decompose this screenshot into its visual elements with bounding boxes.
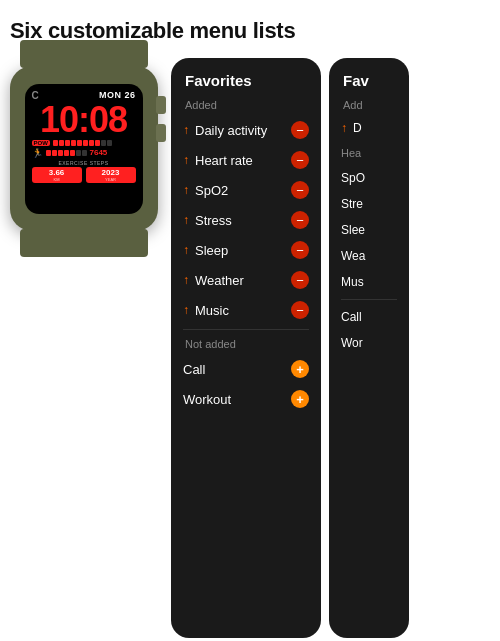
list-item[interactable]: ↑ SpO2 [171,175,321,205]
up-arrow-icon: ↑ [341,121,347,135]
list-item[interactable]: ↑ Weather [171,265,321,295]
remove-button[interactable] [291,121,309,139]
remove-button[interactable] [291,271,309,289]
bar-dot [46,150,51,156]
item-left: ↑ Daily activity [183,123,285,138]
bar-dots-2 [46,150,87,156]
up-arrow-icon: ↑ [183,153,189,167]
add-button[interactable] [291,390,309,408]
remove-button[interactable] [291,211,309,229]
item-label: Wea [341,249,365,263]
item-left: ↑ Heart rate [183,153,285,168]
item-label: Wor [341,336,363,350]
remove-button[interactable] [291,181,309,199]
watch-time: 10:08 [32,102,136,138]
add-button[interactable] [291,360,309,378]
list-item[interactable]: ↑ Music [171,295,321,325]
item-label: D [353,121,362,135]
watch-letter: C [32,90,39,101]
item-label: SpO [341,171,365,185]
bar-dot [82,150,87,156]
panels-container: Favorites Added ↑ Daily activity ↑ Heart… [171,58,494,638]
item-label: Mus [341,275,364,289]
up-arrow-icon: ↑ [183,183,189,197]
item-label: Stre [341,197,363,211]
bar-dot [65,140,70,146]
up-arrow-icon: ↑ [183,213,189,227]
item-left: SpO [341,171,397,185]
watch-body: C MON 26 10:08 POW [10,66,158,231]
watch-button-back [156,124,166,142]
run-icon: 🏃 [32,148,43,158]
item-label: Sleep [195,243,228,258]
menu-panel-1: Favorites Added ↑ Daily activity ↑ Heart… [171,58,321,638]
panel-1-added-label: Added [171,95,321,115]
up-arrow-icon: ↑ [183,273,189,287]
bar-dot [58,150,63,156]
list-item[interactable]: Call [329,304,409,330]
item-left: Mus [341,275,397,289]
watch-steps: 7645 [90,148,108,157]
list-item[interactable]: ↑ Sleep [171,235,321,265]
menu-panel-2: Fav Add ↑ D Hea SpO Stre [329,58,409,638]
item-left: Wea [341,249,397,263]
list-item[interactable]: Call [171,354,321,384]
item-label: Slee [341,223,365,237]
list-item[interactable]: ↑ Heart rate [171,145,321,175]
item-label-weather: Weather [195,273,244,288]
panel-2-title: Fav [329,72,409,95]
watch-band-bottom [20,229,148,257]
bar-dot [53,140,58,146]
watch-stat-year-val: 2023 [102,168,120,177]
divider [341,299,397,300]
remove-button[interactable] [291,301,309,319]
bar-dot [89,140,94,146]
watch-band-top [20,40,148,68]
list-item[interactable]: Hea [329,141,409,165]
bar-dot [95,140,100,146]
bar-dot [52,150,57,156]
item-label: Heart rate [195,153,253,168]
list-item[interactable]: ↑ D [329,115,409,141]
list-item[interactable]: Workout [171,384,321,414]
watch-pow-label: POW [32,140,50,146]
watch-stat-km-label: KM [54,177,60,182]
watch-container: C MON 26 10:08 POW [6,66,161,231]
watch-stat-km: 3.66 KM [32,167,82,183]
up-arrow-icon: ↑ [183,123,189,137]
list-item[interactable]: Mus [329,269,409,295]
item-left: ↑ Sleep [183,243,285,258]
item-left: Workout [183,392,285,407]
item-left: ↑ SpO2 [183,183,285,198]
list-item[interactable]: ↑ Daily activity [171,115,321,145]
up-arrow-icon: ↑ [183,303,189,317]
item-left: ↑ Music [183,303,285,318]
list-item[interactable]: SpO [329,165,409,191]
bar-dot [70,150,75,156]
item-label: Hea [341,147,361,159]
list-item[interactable]: Stre [329,191,409,217]
watch-screen: C MON 26 10:08 POW [25,84,143,214]
remove-button[interactable] [291,241,309,259]
item-left: ↑ Weather [183,273,285,288]
bar-dot [101,140,106,146]
watch-stat-year-label: YEAR [105,177,116,182]
bar-dot [76,150,81,156]
watch-bar-row-1: POW [32,140,136,146]
remove-button[interactable] [291,151,309,169]
watch-bar-row-2: 🏃 7645 [32,148,136,158]
list-item[interactable]: ↑ Stress [171,205,321,235]
item-label: Workout [183,392,231,407]
list-item[interactable]: Wea [329,243,409,269]
list-item[interactable]: Slee [329,217,409,243]
item-left: Stre [341,197,397,211]
panel-1-title: Favorites [171,72,321,95]
item-label: SpO2 [195,183,228,198]
list-item[interactable]: Wor [329,330,409,356]
item-left: ↑ Stress [183,213,285,228]
panel-1-not-added-label: Not added [171,334,321,354]
item-left: Call [183,362,285,377]
bar-dots-1 [53,140,112,146]
watch-exercise-label: EXERCISE STEPS [32,160,136,166]
item-left: Slee [341,223,397,237]
